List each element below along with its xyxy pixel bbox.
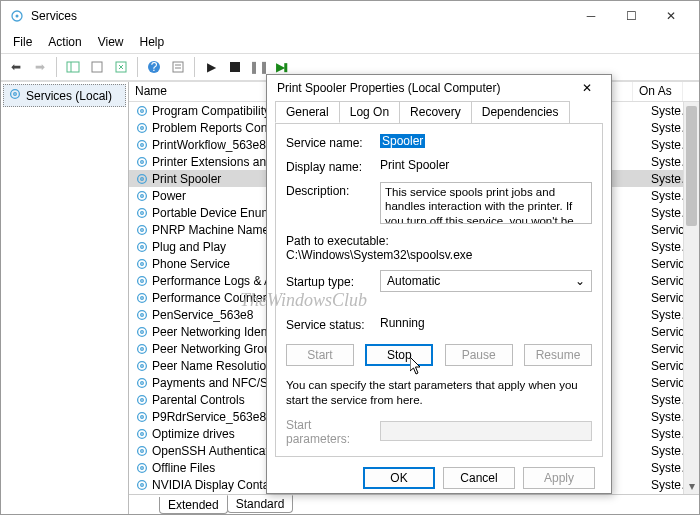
svg-point-37 [141, 296, 144, 299]
menu-file[interactable]: File [5, 33, 40, 51]
svg-point-44 [138, 361, 147, 370]
gear-icon [135, 359, 149, 373]
cancel-button[interactable]: Cancel [443, 467, 515, 489]
scroll-down-icon[interactable]: ▾ [684, 478, 699, 494]
tab-standard[interactable]: Standard [227, 495, 294, 513]
menu-help[interactable]: Help [132, 33, 173, 51]
svg-point-27 [141, 211, 144, 214]
help-button[interactable]: ? [143, 56, 165, 78]
refresh-button[interactable] [110, 56, 132, 78]
stop-service-button[interactable] [224, 56, 246, 78]
gear-icon [135, 393, 149, 407]
ok-button[interactable]: OK [363, 467, 435, 489]
gear-icon [8, 87, 22, 104]
svg-point-28 [138, 225, 147, 234]
svg-point-23 [141, 177, 144, 180]
gear-icon [135, 291, 149, 305]
svg-point-59 [141, 483, 144, 486]
gear-icon [135, 138, 149, 152]
gear-icon [135, 325, 149, 339]
svg-point-22 [138, 174, 147, 183]
svg-point-57 [141, 466, 144, 469]
apply-button: Apply [523, 467, 595, 489]
menu-view[interactable]: View [90, 33, 132, 51]
export-button[interactable] [86, 56, 108, 78]
svg-point-42 [138, 344, 147, 353]
svg-point-51 [141, 415, 144, 418]
svg-point-45 [141, 364, 144, 367]
forward-button[interactable]: ➡ [29, 56, 51, 78]
label-display-name: Display name: [286, 158, 372, 174]
tab-general[interactable]: General [275, 101, 340, 123]
gear-icon [135, 410, 149, 424]
dialog-close-button[interactable]: ✕ [573, 75, 601, 101]
properties-button[interactable] [167, 56, 189, 78]
tab-logon[interactable]: Log On [339, 101, 400, 123]
svg-point-12 [11, 90, 20, 99]
svg-rect-2 [67, 62, 79, 72]
svg-point-21 [141, 160, 144, 163]
label-path: Path to executable: [286, 234, 592, 248]
svg-point-25 [141, 194, 144, 197]
svg-point-19 [141, 143, 144, 146]
svg-point-30 [138, 242, 147, 251]
svg-point-18 [138, 140, 147, 149]
svg-point-58 [138, 480, 147, 489]
gear-icon [135, 342, 149, 356]
gear-icon [135, 308, 149, 322]
chevron-down-icon: ⌄ [575, 274, 585, 288]
maximize-button[interactable]: ☐ [611, 2, 651, 30]
gear-icon [135, 223, 149, 237]
svg-point-41 [141, 330, 144, 333]
menu-action[interactable]: Action [40, 33, 89, 51]
tree-node-label: Services (Local) [26, 89, 112, 103]
value-description[interactable]: This service spools print jobs and handl… [380, 182, 592, 224]
tree-node-services-local[interactable]: Services (Local) [3, 84, 126, 107]
svg-point-38 [138, 310, 147, 319]
gear-icon [135, 257, 149, 271]
svg-point-52 [138, 429, 147, 438]
svg-point-13 [14, 93, 17, 96]
start-params-note: You can specify the start parameters tha… [286, 378, 592, 408]
startup-type-select[interactable]: Automatic ⌄ [380, 270, 592, 292]
gear-icon [135, 478, 149, 492]
services-icon [9, 8, 25, 24]
tab-dependencies[interactable]: Dependencies [471, 101, 570, 123]
svg-point-53 [141, 432, 144, 435]
gear-icon [135, 427, 149, 441]
svg-point-20 [138, 157, 147, 166]
tab-extended[interactable]: Extended [159, 497, 228, 514]
svg-point-46 [138, 378, 147, 387]
svg-point-31 [141, 245, 144, 248]
svg-point-40 [138, 327, 147, 336]
svg-point-39 [141, 313, 144, 316]
column-logonas[interactable]: On As [633, 82, 683, 101]
gear-icon [135, 240, 149, 254]
stop-button[interactable]: Stop [365, 344, 433, 366]
vertical-scrollbar[interactable]: ▴ ▾ [683, 102, 699, 494]
show-hide-tree-button[interactable] [62, 56, 84, 78]
gear-icon [135, 189, 149, 203]
svg-rect-4 [92, 62, 102, 72]
svg-point-15 [141, 109, 144, 112]
window-title: Services [31, 9, 571, 23]
svg-point-49 [141, 398, 144, 401]
svg-point-43 [141, 347, 144, 350]
titlebar: Services ─ ☐ ✕ [1, 1, 699, 31]
gear-icon [135, 121, 149, 135]
tree-pane: Services (Local) [1, 82, 129, 514]
svg-point-35 [141, 279, 144, 282]
value-service-name: Spooler [380, 134, 425, 148]
svg-point-56 [138, 463, 147, 472]
gear-icon [135, 461, 149, 475]
back-button[interactable]: ⬅ [5, 56, 27, 78]
tab-recovery[interactable]: Recovery [399, 101, 472, 123]
value-service-status: Running [380, 316, 592, 330]
svg-point-29 [141, 228, 144, 231]
scroll-thumb[interactable] [686, 106, 697, 226]
label-service-name: Service name: [286, 134, 372, 150]
start-service-button[interactable]: ▶ [200, 56, 222, 78]
svg-point-1 [16, 15, 19, 18]
minimize-button[interactable]: ─ [571, 2, 611, 30]
close-button[interactable]: ✕ [651, 2, 691, 30]
